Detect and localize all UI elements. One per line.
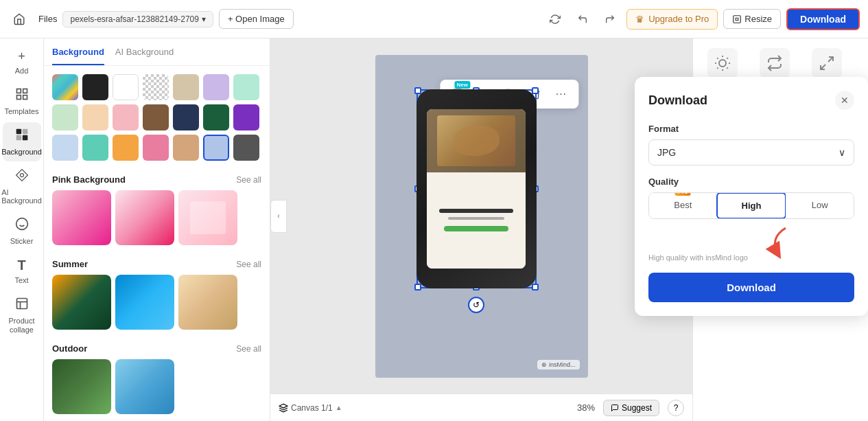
swatch-pink[interactable] <box>113 104 139 130</box>
outdoor-thumb-1[interactable] <box>52 359 111 414</box>
swatch-gradient[interactable] <box>52 74 78 100</box>
swatch-transparent[interactable] <box>143 74 169 100</box>
swatch-orange[interactable] <box>113 135 139 161</box>
handle-tl[interactable] <box>414 87 421 94</box>
color-swatches <box>44 66 270 169</box>
handle-br[interactable] <box>532 284 539 291</box>
quality-low[interactable]: Low <box>786 193 854 218</box>
handle-tr[interactable] <box>532 87 539 94</box>
swatch-rose[interactable] <box>143 135 169 161</box>
quality-label: Quality <box>648 177 854 187</box>
sidebar-item-sticker[interactable]: Sticker <box>3 212 41 251</box>
sidebar-label-sticker: Sticker <box>10 237 34 245</box>
format-select[interactable]: JPG ∨ <box>648 139 854 166</box>
pink-section-header: Pink Background See all <box>44 169 270 187</box>
filename-pill[interactable]: pexels-esra-afsar-123882149-2709 ▾ <box>62 11 213 27</box>
pink-thumb-1[interactable] <box>52 190 111 245</box>
swatch-darkblue[interactable] <box>173 104 199 130</box>
close-icon: ✕ <box>841 95 849 106</box>
swatch-black[interactable] <box>82 74 108 100</box>
swatch-lightgreen[interactable] <box>52 104 78 130</box>
outdoor-thumb-2[interactable] <box>115 359 174 414</box>
swatch-darkgreen[interactable] <box>203 104 229 130</box>
sync-icon[interactable] <box>544 8 566 30</box>
background-icon <box>15 128 29 145</box>
more-btn[interactable]: ··· <box>551 84 572 104</box>
new-badge: New <box>454 81 469 89</box>
svg-rect-4 <box>23 95 27 100</box>
sidebar-item-ai-background[interactable]: AI Background <box>3 163 41 210</box>
rotate-handle[interactable]: ↺ <box>468 297 484 313</box>
download-modal-button[interactable]: Download <box>648 273 854 302</box>
svg-rect-3 <box>16 95 21 100</box>
sidebar-item-add[interactable]: + Add <box>3 44 41 80</box>
home-button[interactable] <box>8 8 30 30</box>
svg-rect-1 <box>16 89 21 93</box>
ai-background-icon <box>15 168 29 185</box>
format-chevron: ∨ <box>838 147 845 158</box>
resize-button[interactable]: Resize <box>723 9 781 29</box>
pink-see-all[interactable]: See all <box>236 175 261 185</box>
swatch-lightblue[interactable] <box>52 135 78 161</box>
summer-thumb-3[interactable] <box>178 275 237 330</box>
topbar: Files pexels-esra-afsar-123882149-2709 ▾… <box>0 0 868 38</box>
swatch-teal[interactable] <box>82 135 108 161</box>
pink-thumb-2[interactable] <box>115 190 174 245</box>
canvas-layers-btn[interactable]: Canvas 1/1 ▲ <box>279 403 342 413</box>
crown-icon: ♛ <box>635 14 644 25</box>
phone-container[interactable]: ↺ <box>417 89 537 288</box>
swatch-lavender[interactable] <box>203 74 229 100</box>
svg-marker-18 <box>279 404 288 408</box>
svg-rect-6 <box>22 129 27 135</box>
quality-best[interactable]: Pro Best <box>649 193 717 218</box>
redo-icon[interactable] <box>599 8 621 30</box>
left-sidebar: + Add Templates Background AI Background <box>0 38 44 421</box>
summer-thumb-1[interactable] <box>52 275 111 330</box>
canvas-bottom-bar: Canvas 1/1 ▲ 38% Suggest ? <box>270 394 692 421</box>
quality-options: Pro Best High Low <box>648 192 854 219</box>
swatch-brown[interactable] <box>143 104 169 130</box>
svg-rect-2 <box>23 89 27 93</box>
swatch-darkgray[interactable] <box>233 135 259 161</box>
swatch-selected-blue[interactable] <box>203 135 229 161</box>
canvas-main[interactable]: ‹ New <box>270 38 692 394</box>
panel: Background AI Background <box>44 38 270 421</box>
swatch-tan[interactable] <box>173 135 199 161</box>
summer-thumb-2[interactable] <box>115 275 174 330</box>
summer-see-all[interactable]: See all <box>236 260 261 269</box>
swatch-white[interactable] <box>113 74 139 100</box>
pink-thumb-3[interactable] <box>178 190 237 245</box>
modal-close-button[interactable]: ✕ <box>835 91 854 110</box>
tab-ai-background[interactable]: AI Background <box>115 47 174 65</box>
sidebar-item-background[interactable]: Background <box>3 122 41 161</box>
summer-section-title: Summer <box>52 259 88 269</box>
suggest-button[interactable]: Suggest <box>603 400 659 416</box>
tab-background[interactable]: Background <box>52 47 104 65</box>
outdoor-section-title: Outdoor <box>52 343 87 354</box>
modal-title: Download <box>648 93 707 108</box>
svg-rect-13 <box>16 299 27 309</box>
upgrade-button[interactable]: ♛ Upgrade to Pro <box>626 9 718 30</box>
sidebar-item-templates[interactable]: Templates <box>3 82 41 121</box>
sidebar-item-product-collage[interactable]: Product collage <box>3 291 41 340</box>
sidebar-item-text[interactable]: T Text <box>3 252 41 290</box>
help-button[interactable]: ? <box>668 400 684 416</box>
help-icon: ? <box>674 403 679 413</box>
suggest-label: Suggest <box>622 403 652 413</box>
handle-bl[interactable] <box>414 284 421 291</box>
swatch-purple[interactable] <box>233 104 259 130</box>
phone-screen-top <box>427 109 526 173</box>
swatch-sand[interactable] <box>173 74 199 100</box>
sidebar-label-background: Background <box>1 148 42 156</box>
open-image-button[interactable]: + Open Image <box>219 9 294 29</box>
outdoor-see-all[interactable]: See all <box>236 344 261 354</box>
svg-line-26 <box>717 67 718 68</box>
swatch-peach[interactable] <box>82 104 108 130</box>
svg-rect-5 <box>16 129 21 135</box>
sidebar-label-templates: Templates <box>4 107 38 115</box>
undo-icon[interactable] <box>572 8 594 30</box>
download-top-button[interactable]: Download <box>786 8 860 30</box>
swatch-mint[interactable] <box>233 74 259 100</box>
toggle-panel-button[interactable]: ‹ <box>270 200 287 233</box>
quality-high[interactable]: High <box>716 192 787 219</box>
